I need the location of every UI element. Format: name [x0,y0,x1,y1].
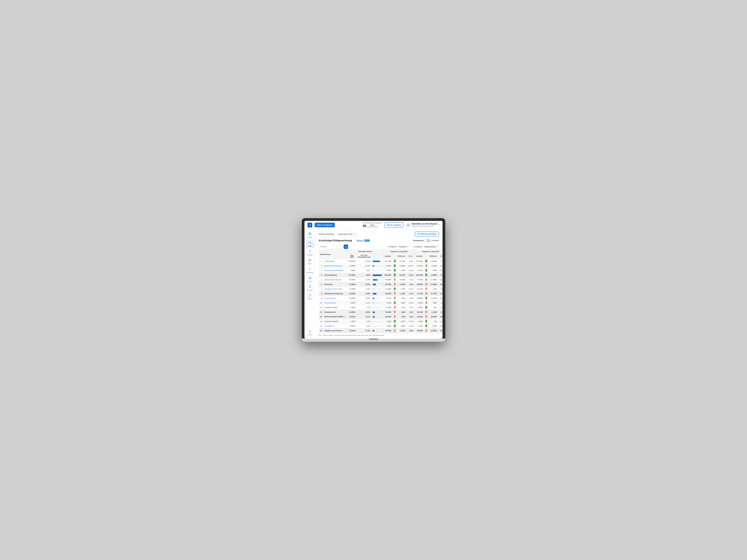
user-menu[interactable]: Maximillian von Hirschhausen Efficient F… [406,223,440,228]
row-bar [371,301,383,305]
compare1-select[interactable]: Vormonat [398,245,409,248]
tab-bilanz[interactable]: Bilanz BETA [357,239,369,242]
row-diff-bar2 [424,291,429,296]
row-diff-bar1 [392,296,397,301]
row-bezeichnung: Ertragsteuern [323,324,347,328]
search-input[interactable] [319,245,343,249]
row-diff-bar2 [424,268,429,273]
row-pct: 3,4% [357,324,371,328]
th-sep2020: Sep 2020 [347,254,357,259]
sidebar-item-bilanz[interactable]: Bilanz [305,258,314,266]
einzelmonat-toggle[interactable] [425,239,430,242]
sidebar-item-planung[interactable]: Planung [305,284,314,292]
row-diff-bar1 [392,305,397,310]
kumuliert-label: Kumuliert [431,240,439,242]
row-pct: 43,5% [357,291,371,296]
row-pct1: +7,2% [406,277,415,282]
row-bezeichnung: Gesamtleistung [323,273,347,277]
trial-info: Ihr Probezeitraum endet in 30 Tagen (bis… [363,222,382,228]
row-pct: 2,0% [357,268,371,273]
sidebar-item-analyse[interactable]: Analyse [305,275,314,283]
row-abs2: 39.030€ [415,328,424,333]
th-diff1: Differenz [397,254,406,259]
row-pct1: +5,3% [406,301,415,305]
sidebar-item-cockpit[interactable]: Cockpit [305,231,314,239]
sidebar-item-liquiditaet[interactable]: Liquidität [305,249,314,257]
row-pct1: +8,7% [406,324,415,328]
row-link[interactable]: Umsatzerlöse [325,260,335,262]
row-sep2020: 25.510€ [347,328,357,333]
month-select[interactable]: September 2020 [336,232,357,236]
pdf-download-button[interactable]: Als PDF herunterladen [415,232,439,236]
row-bezeichnung: Betrieblicher Rohertrag [323,291,347,296]
row-link[interactable]: Abschreibungen [325,302,336,304]
row-pct1: +10,1% [406,264,415,268]
th-bar [371,254,383,259]
bilanz-label: Bilanz [308,263,312,264]
row-link[interactable]: Personalkosten [325,297,336,299]
row-diff-bar2 [424,305,429,310]
search-button[interactable] [344,244,348,249]
row-pct1: -1,2% [406,310,415,315]
row-link[interactable]: Ertragsteuern [325,325,335,327]
row-pct1: -3,4% [406,282,415,287]
row-abs1: 53.830€ [383,282,392,287]
compare2-label: 2. Vergleich [413,246,422,247]
row-abs1: 142.430€ [383,273,392,277]
row-diff-bar1 [392,315,397,319]
row-bezeichnung: Aktivierte Eigenleistungen [323,268,347,273]
sidebar-support[interactable]: Support [305,329,314,337]
row-bezeichnung: Rohertrag [323,282,347,287]
daten-einspielen-button[interactable]: Daten einspielen [315,223,335,227]
berichte-icon [308,294,311,298]
svg-rect-10 [309,278,309,279]
bwa-label: BWA [308,245,311,247]
sidebar-item-kennzahlen[interactable]: Kennzahlen [305,266,314,274]
row-diff1: +100€ [397,319,406,324]
row-abs2: 41.660€ [415,315,424,319]
row-bar [371,259,383,264]
table-row: 9 Personalkosten 23.000€ 15,6% 23.70€ -7… [319,296,443,301]
row-pct1: +1,9% [406,259,415,264]
row-number: 12 [319,310,323,315]
sidebar-item-berichte[interactable]: Berichte [305,293,314,301]
row-abs1: 21.800€ [383,264,392,268]
row-diff-bar1 [392,268,397,273]
svg-rect-6 [309,259,311,261]
row-link[interactable]: Bestandsveränderungen [325,265,342,267]
footnote: N/V = Nicht verfügbar, da Daten für die … [319,335,439,336]
row-link[interactable]: Aktivierte Eigenleistungen [325,270,343,271]
row-label: Ergebnis nach Steuern [325,330,342,331]
th-vergleich-sep: Vergleich zu Sep 2019 [415,250,442,254]
planung-icon [308,285,311,289]
table-row: 4 Gesamtleistung 147.000€ 100% 142.430€ … [319,273,443,277]
row-diff2: -13.660€ [429,282,438,287]
table-row: 11 ▶ Weitere Kosten 3.990€ 2,7% 4.100€ -… [319,305,443,310]
row-diff-bar2 [424,328,429,333]
sidebar-item-bwa[interactable]: BWA [305,240,314,248]
row-diff-bar2 [424,296,429,301]
table-row: 15 Ertragsteuern 5.000 € 3,4% 4.600€ +40… [319,324,443,328]
row-bar [371,273,383,277]
row-pct2: +0,0% [438,319,442,324]
tabs-row: Kurzfristige Erfolgsrechnung Bilanz BETA… [319,239,439,242]
svg-rect-12 [310,277,311,279]
liquiditaet-icon [308,250,311,254]
row-link[interactable]: Material-/Wareneinkauf [325,279,341,281]
compare2-select[interactable]: Vorjahresmonat [423,245,439,248]
row-diff1: -700€ [397,296,406,301]
table-row: 16 Ergebnis nach Steuern 25.510€ 17,4% 2… [319,328,443,333]
row-diff-bar2 [424,282,429,287]
row-pct2: +1,3% [438,305,442,310]
beta-badge: BETA [364,240,370,242]
info-icon[interactable]: i [344,316,346,318]
row-diff1: -410€ [397,310,406,315]
expand-arrow[interactable]: ▶ [325,307,326,309]
cockpit-label: Cockpit [307,236,312,238]
row-diff-bar1 [392,310,397,315]
row-diff-bar2 [424,310,429,315]
preise-ansehen-button[interactable]: Preise ansehen [384,222,403,228]
row-link[interactable]: Sonstige betriebl. Erlöse [325,288,342,290]
row-diff-bar2 [424,315,429,319]
row-diff2: +4.300€ [429,273,438,277]
